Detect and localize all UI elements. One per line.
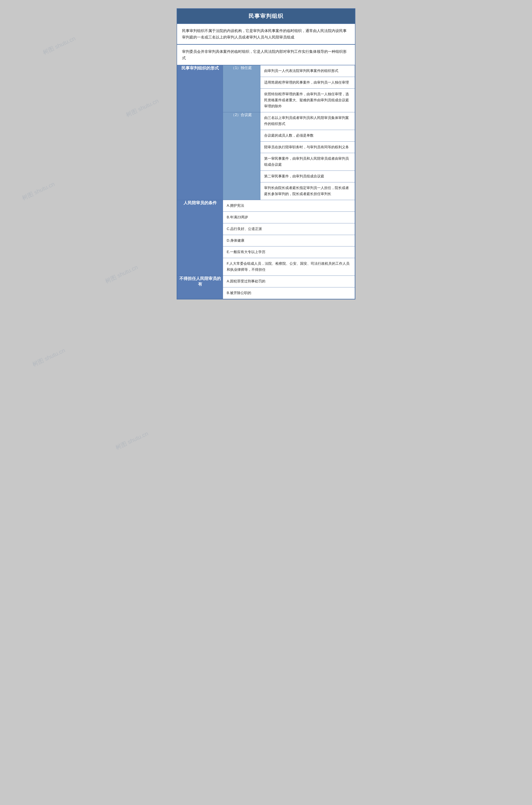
section-forms: 民事审判组织的形式 （1）独任庭 由审判员一人代表法院审判民事案件的组织形式 适… <box>177 65 355 200</box>
main-container: 民事审判组织 民事审判组织不属于法院的内设机构，它是审判具体民事案件的临时组织，… <box>177 8 355 299</box>
disq-item2: B.被开除公职的 <box>223 287 355 299</box>
disq-item1: A.因犯罪受过刑事处罚的 <box>223 276 355 287</box>
conditions-item5: E.一般应有大专以上学历 <box>223 246 355 258</box>
page-title: 民事审判组织 <box>177 9 355 23</box>
section-disqualified: 不得担任人民陪审员的有 A.因犯罪受过刑事处罚的 B.被开除公职的 <box>177 276 355 299</box>
watermark: 树图 shutu.cn <box>21 180 56 202</box>
forms-sub2-item1: 由三名以上审判员或者审判员和人民陪审员集体审判案件的组织形式 <box>260 112 355 130</box>
forms-sub2-item5: 第二审民事案件，由审判员组成合议庭 <box>260 171 355 182</box>
forms-sub2-item3: 陪审员在执行陪审职务时，与审判员有同等的权利义务 <box>260 142 355 153</box>
intro-row-2: 审判委员会并非审判具体案件的临时组织，它是人民法院内部对审判工作实行集体领导的一… <box>177 44 355 65</box>
conditions-item3: C.品行良好、公道正派 <box>223 223 355 235</box>
watermark: 树图 shutu.cn <box>104 263 139 285</box>
forms-sub1-item3: 依照特别程序审理的案件，由审判员一人独任审理，选民资格案件或者重大、疑难的案件由… <box>260 89 355 112</box>
forms-sub2-item4: 第一审民事案件，由审判员和人民陪审员或者由审判员组成合议庭 <box>260 153 355 171</box>
category-conditions: 人民陪审员的条件 <box>177 200 223 276</box>
main-table: 民事审判组织的形式 （1）独任庭 由审判员一人代表法院审判民事案件的组织形式 适… <box>177 65 355 299</box>
watermark: 树图 shutu.cn <box>42 35 77 57</box>
forms-sub1-item1: 由审判员一人代表法院审判民事案件的组织形式 <box>260 65 355 77</box>
watermark: 树图 shutu.cn <box>125 97 160 119</box>
watermark: 树图 shutu.cn <box>114 429 150 452</box>
forms-sub2-item2: 合议庭的成员人数，必须是单数 <box>260 130 355 142</box>
subcat-heyiting: （2）合议庭 <box>223 112 260 200</box>
intro-row-1: 民事审判组织不属于法院的内设机构，它是审判具体民事案件的临时组织，通常由人民法院… <box>177 23 355 44</box>
watermark: 树图 shutu.cn <box>31 346 66 368</box>
category-disqualified: 不得担任人民陪审员的有 <box>177 276 223 299</box>
conditions-item4: D.身体健康 <box>223 235 355 246</box>
table-row-forms: 民事审判组织的形式 （1）独任庭 由审判员一人代表法院审判民事案件的组织形式 <box>177 65 355 77</box>
forms-sub2-item6: 审判长由院长或者庭长指定审判员一人担任，院长或者庭长参加审判的，院长或者庭长担任… <box>260 182 355 200</box>
table-row-conditions: 人民陪审员的条件 A.拥护宪法 <box>177 200 355 212</box>
subcat-dureniting: （1）独任庭 <box>223 65 260 112</box>
conditions-item1: A.拥护宪法 <box>223 200 355 212</box>
conditions-item2: B.年满23周岁 <box>223 212 355 223</box>
table-row-disq: 不得担任人民陪审员的有 A.因犯罪受过刑事处罚的 <box>177 276 355 287</box>
category-forms: 民事审判组织的形式 <box>177 65 223 200</box>
conditions-item6: F.人大常委会组成人员，法院、检察院、公安、国安、司法行政机关的工作人员和执业律… <box>223 258 355 276</box>
forms-sub1-item2: 适用简易程序审理的民事案件，由审判员一人独任审理 <box>260 77 355 89</box>
section-conditions: 人民陪审员的条件 A.拥护宪法 B.年满23周岁 C.品行良好、公道正派 D.身… <box>177 200 355 276</box>
